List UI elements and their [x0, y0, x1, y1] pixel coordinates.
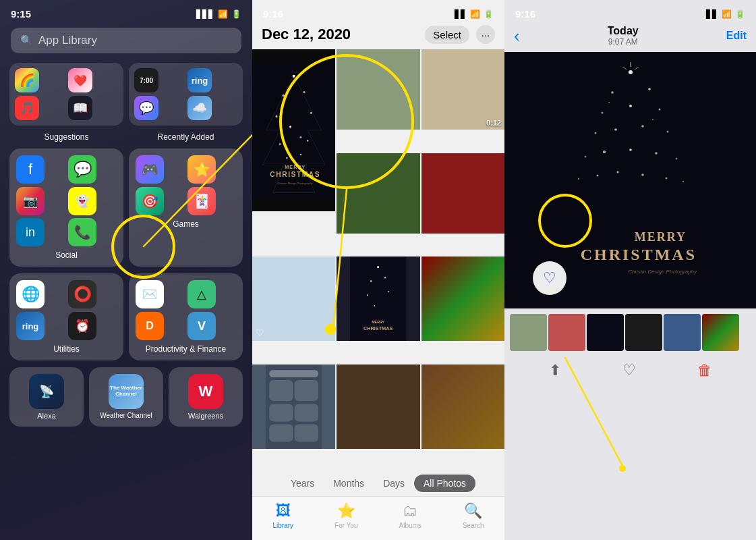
status-bar-2: 9:16 ▋▋ 📶 🔋 [252, 0, 504, 22]
app-icon-mint[interactable]: △ [187, 280, 216, 308]
panel-app-library: 9:15 ▋▋▋ 📶 🔋 🔍 App Library 🌈 ❤️ 🎵 📖 [0, 0, 252, 540]
search-icon: 🔍 [20, 34, 33, 47]
svg-point-7 [310, 112, 312, 114]
app-library-search[interactable]: 🔍 App Library [11, 28, 241, 53]
thumb-2[interactable] [548, 314, 585, 351]
svg-point-52 [655, 152, 658, 155]
filter-months[interactable]: Months [324, 475, 374, 492]
photo-red-bauble[interactable] [421, 153, 504, 234]
back-button[interactable]: ‹ [514, 26, 520, 47]
svg-text:CHRISTMAS: CHRISTMAS [364, 325, 392, 331]
app-icon-discover[interactable]: D [136, 312, 164, 340]
detail-title: Today [608, 25, 639, 37]
svg-rect-29 [295, 379, 318, 400]
library-label: Library [272, 522, 293, 529]
app-icon-dark[interactable]: 📖 [68, 96, 92, 120]
games-label: Games [136, 219, 236, 229]
app-icon-instagram[interactable]: 📷 [16, 187, 45, 215]
app-icon-messages[interactable]: 💬 [68, 155, 96, 184]
detail-header: ‹ Today 9:07 AM Edit [504, 22, 756, 52]
app-icon-ring2[interactable]: ring [16, 312, 45, 340]
svg-point-5 [303, 91, 306, 93]
time-filter-bar: Years Months Days All Photos [252, 470, 504, 496]
suggestions-cell[interactable]: 🌈 ❤️ 🎵 📖 [9, 63, 123, 126]
app-icon-weather-bottom[interactable]: The Weather Channel [109, 374, 144, 409]
photo-people[interactable] [337, 49, 419, 130]
albums-icon: 🗂 [403, 502, 417, 520]
app-icon-photos-suggestions[interactable]: 🌈 [15, 68, 39, 92]
filter-years[interactable]: Years [281, 475, 324, 492]
nav-tab-for-you[interactable]: ⭐ For You [335, 502, 357, 529]
photo-candles[interactable] [421, 364, 504, 449]
thumb-4[interactable] [625, 314, 662, 351]
bottom-app-weather[interactable]: The Weather Channel Weather Channel [89, 367, 163, 427]
photo-green-xmas[interactable] [337, 153, 419, 234]
app-icon-weather-recently[interactable]: ☁️ [187, 96, 212, 120]
delete-button[interactable]: 🗑 [697, 362, 712, 379]
photo-snowflake[interactable]: ♡ [252, 256, 335, 341]
app-icon-snapchat[interactable]: 👻 [68, 187, 96, 215]
svg-point-54 [578, 178, 579, 180]
svg-rect-27 [269, 370, 318, 377]
svg-point-41 [648, 88, 651, 90]
app-icon-alarm[interactable]: ⏰ [68, 312, 96, 340]
share-button[interactable]: ⬆ [549, 362, 561, 379]
app-icon-alexa[interactable]: 📡 [29, 374, 64, 409]
more-button[interactable]: ··· [476, 25, 495, 44]
bottom-app-walgreens[interactable]: W Walgreens [169, 367, 243, 427]
svg-point-36 [629, 70, 633, 74]
svg-point-57 [641, 173, 644, 176]
photo-xmas-tree2[interactable]: MERRY CHRISTMAS [337, 256, 419, 341]
app-icon-game3[interactable]: 🎯 [136, 187, 164, 215]
productivity-cell: ✉️ △ D V Productivity & Finance [129, 273, 243, 360]
app-icon-facebook[interactable]: f [16, 155, 45, 184]
app-icon-phone[interactable]: 📞 [68, 218, 96, 246]
edit-button[interactable]: Edit [726, 30, 747, 42]
app-icon-chrome[interactable]: 🌐 [16, 280, 45, 308]
battery-icon: 🔋 [231, 9, 241, 19]
app-icon-clock[interactable]: 7:00 [134, 68, 158, 92]
app-icon-game1[interactable]: 🎮 [136, 155, 164, 184]
detail-actions: ⬆ ♡ 🗑 [504, 354, 756, 393]
recently-added-cell[interactable]: 7:00 ring 💬 ☁️ [129, 63, 243, 126]
app-icon-circle[interactable]: ⭕ [68, 280, 96, 308]
svg-point-21 [367, 294, 368, 296]
app-icon-linkedin[interactable]: in [16, 218, 45, 246]
photo-lantern[interactable] [337, 364, 419, 449]
svg-point-4 [283, 94, 285, 97]
app-icon-health[interactable]: ❤️ [68, 68, 92, 92]
status-time-3: 9:16 [515, 8, 535, 20]
app-icon-music-suggestions[interactable]: 🎵 [15, 96, 39, 120]
app-icon-game4[interactable]: 🃏 [187, 187, 216, 215]
photo-christmas-tree[interactable]: MERRY CHRISTMAS Christin Design Photogra… [252, 49, 335, 211]
thumb-6[interactable] [702, 314, 739, 351]
svg-text:CHRISTMAS: CHRISTMAS [270, 171, 320, 178]
nav-tab-library[interactable]: 🖼 Library [272, 502, 293, 529]
photo-baby-shoes[interactable]: 0:12 [421, 49, 504, 130]
bottom-app-alexa[interactable]: 📡 Alexa [9, 367, 84, 427]
svg-point-6 [275, 115, 277, 117]
favorite-button[interactable]: ♡ [622, 362, 636, 379]
wifi-icon: 📶 [218, 9, 228, 19]
svg-point-43 [629, 105, 632, 107]
small-xmas-svg: MERRY CHRISTMAS [337, 256, 419, 341]
filter-all-photos[interactable]: All Photos [414, 475, 475, 492]
search-label: App Library [38, 34, 97, 47]
app-icon-ring[interactable]: ring [187, 68, 212, 92]
nav-tab-albums[interactable]: 🗂 Albums [399, 502, 421, 529]
app-icon-game2[interactable]: ⭐ [187, 155, 216, 184]
app-icon-venmo[interactable]: V [187, 312, 216, 340]
photo-ornaments[interactable] [421, 256, 504, 341]
svg-point-47 [641, 125, 644, 128]
app-icon-messenger[interactable]: 💬 [134, 96, 158, 120]
filter-days[interactable]: Days [374, 475, 414, 492]
select-button[interactable]: Select [425, 26, 469, 44]
thumb-3[interactable] [587, 314, 624, 351]
nav-tab-search[interactable]: 🔍 Search [463, 502, 484, 529]
app-icon-walgreens[interactable]: W [188, 374, 223, 409]
thumb-1[interactable] [510, 314, 547, 351]
thumb-5[interactable] [664, 314, 701, 351]
photo-phone-screenshot[interactable] [252, 364, 335, 449]
status-time-1: 9:15 [11, 8, 31, 20]
app-icon-gmail[interactable]: ✉️ [136, 280, 164, 308]
